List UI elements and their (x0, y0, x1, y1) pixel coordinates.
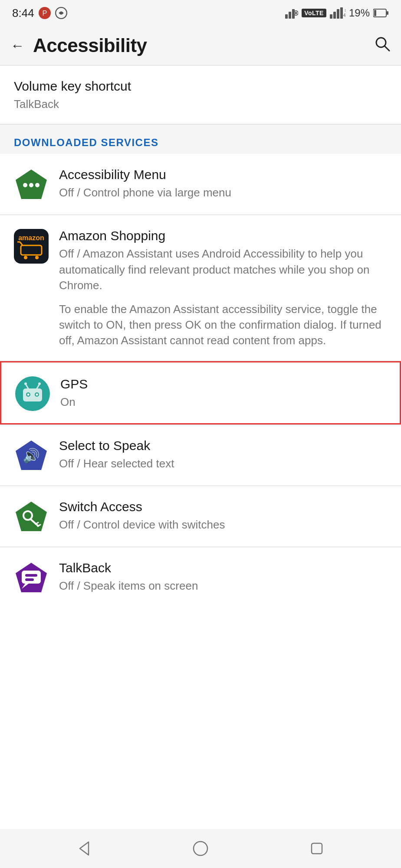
talkback-text: TalkBack Off / Speak items on screen (59, 559, 387, 594)
svg-rect-9 (330, 14, 332, 19)
accessibility-menu-item[interactable]: Accessibility Menu Off / Control phone v… (0, 154, 401, 215)
svg-point-21 (23, 183, 27, 187)
switch-access-text: Switch Access Off / Control device with … (59, 498, 387, 532)
svg-point-54 (194, 842, 207, 855)
svg-point-40 (38, 382, 41, 385)
svg-rect-10 (333, 12, 336, 19)
amazon-shopping-subtitle: Off / Amazon Assistant uses Android Acce… (59, 246, 387, 293)
select-to-speak-text: Select to Speak Off / Hear selected text (59, 437, 387, 471)
svg-rect-16 (387, 11, 388, 15)
svg-rect-55 (312, 843, 322, 854)
battery-percentage: 19% (349, 7, 370, 19)
svg-point-39 (24, 382, 27, 385)
app-bar-left: ← Accessibility (10, 35, 147, 56)
pinterest-icon: P (39, 7, 51, 19)
switch-access-subtitle: Off / Control device with switches (59, 517, 387, 532)
amazon-shopping-title: Amazon Shopping (59, 227, 387, 244)
svg-text:↕: ↕ (344, 8, 345, 13)
svg-rect-4 (285, 14, 288, 19)
amazon-shopping-item[interactable]: amazon Amazon Shopping Off / Amazon Assi… (0, 215, 401, 360)
svg-rect-49 (22, 571, 41, 584)
switch-access-item[interactable]: Switch Access Off / Control device with … (0, 486, 401, 547)
volte-badge: VoLTE (302, 9, 326, 17)
talkback-title: TalkBack (59, 559, 387, 576)
svg-point-36 (36, 393, 38, 395)
svg-rect-52 (25, 578, 34, 581)
home-nav-button[interactable] (185, 833, 216, 864)
svg-text:🔊: 🔊 (23, 447, 40, 464)
svg-text:P: P (42, 9, 47, 17)
search-button[interactable] (374, 36, 391, 55)
gps-subtitle: On (60, 394, 386, 410)
amazon-shopping-subtitle2: To enable the Amazon Assistant accessibi… (59, 301, 387, 349)
svg-point-22 (29, 183, 33, 187)
amazon-shopping-text: Amazon Shopping Off / Amazon Assistant u… (59, 227, 387, 348)
volume-key-shortcut-title: Volume key shortcut (14, 78, 387, 95)
gps-icon (15, 376, 50, 411)
switch-access-icon (14, 500, 49, 535)
gps-title: GPS (60, 375, 386, 392)
svg-point-35 (27, 393, 30, 395)
svg-point-3 (59, 12, 62, 15)
accessibility-menu-text: Accessibility Menu Off / Control phone v… (59, 166, 387, 200)
back-button[interactable]: ← (10, 39, 24, 52)
status-time: 8:44 (12, 7, 34, 20)
select-to-speak-item[interactable]: 🔊 Select to Speak Off / Hear selected te… (0, 425, 401, 486)
flux-icon (55, 7, 67, 19)
svg-marker-53 (80, 842, 89, 855)
signal-icon: ↕ 4G (330, 7, 345, 19)
accessibility-menu-subtitle: Off / Control phone via large menu (59, 185, 387, 200)
back-nav-button[interactable] (69, 833, 99, 864)
status-left: 8:44 P (12, 7, 67, 20)
svg-text:amazon: amazon (18, 234, 44, 241)
status-bar: 8:44 P VoLTE ↕ 4G 19% (0, 0, 401, 26)
svg-text:4G: 4G (343, 13, 345, 18)
talkback-subtitle: Off / Speak items on screen (59, 578, 387, 594)
select-to-speak-icon: 🔊 (14, 439, 49, 473)
page-title: Accessibility (33, 35, 147, 56)
svg-point-27 (24, 256, 27, 259)
app-bar: ← Accessibility (0, 26, 401, 65)
downloaded-services-label: DOWNLOADED SERVICES (14, 137, 158, 148)
volume-key-shortcut-text: Volume key shortcut TalkBack (14, 78, 387, 112)
svg-rect-5 (289, 12, 291, 19)
svg-rect-32 (23, 388, 42, 401)
switch-access-title: Switch Access (59, 498, 387, 515)
content-area: Volume key shortcut TalkBack DOWNLOADED … (0, 65, 401, 829)
gps-item[interactable]: GPS On (0, 361, 401, 424)
status-right: VoLTE ↕ 4G 19% (285, 7, 389, 19)
accessibility-menu-icon (14, 168, 49, 202)
svg-point-23 (35, 183, 39, 187)
cast-icon (285, 7, 298, 19)
recent-nav-button[interactable] (302, 833, 332, 864)
svg-rect-11 (337, 9, 339, 19)
downloaded-services-header: DOWNLOADED SERVICES (0, 124, 401, 154)
select-to-speak-subtitle: Off / Hear selected text (59, 456, 387, 471)
volume-key-shortcut-subtitle: TalkBack (14, 96, 387, 112)
svg-point-28 (35, 256, 39, 259)
talkback-item[interactable]: TalkBack Off / Speak items on screen (0, 547, 401, 608)
talkback-icon (14, 561, 49, 596)
amazon-icon: amazon (14, 229, 49, 264)
select-to-speak-title: Select to Speak (59, 437, 387, 454)
svg-line-19 (385, 46, 389, 51)
content-spacer (0, 608, 401, 695)
svg-rect-51 (25, 574, 37, 577)
svg-rect-17 (374, 10, 376, 16)
svg-rect-12 (340, 7, 343, 19)
gps-text: GPS On (60, 375, 386, 410)
accessibility-menu-title: Accessibility Menu (59, 166, 387, 183)
bottom-nav (0, 829, 401, 868)
volume-key-shortcut-item[interactable]: Volume key shortcut TalkBack (0, 65, 401, 124)
battery-icon (373, 8, 389, 18)
svg-point-8 (295, 12, 297, 14)
